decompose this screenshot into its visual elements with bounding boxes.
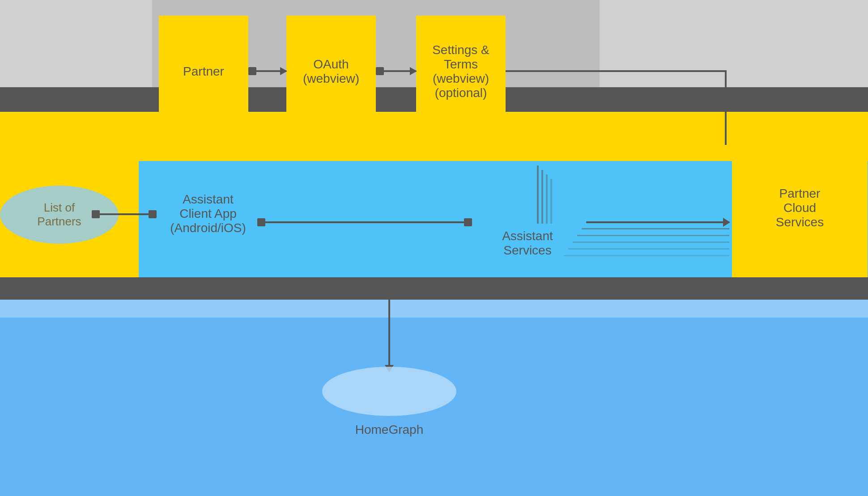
box-partner-cloud-services: PartnerCloudServices: [732, 139, 868, 277]
assistant-client-app-text: AssistantClient App(Android/iOS): [170, 192, 246, 235]
multi-line-2: [577, 235, 729, 236]
arrow-services-to-partner-cloud: [586, 221, 729, 223]
vert-line-deco2: [541, 170, 543, 224]
label-assistant-services: AssistantServices: [472, 229, 583, 258]
homegraph-text: HomeGraph: [355, 423, 424, 437]
label-homegraph: HomeGraph: [322, 423, 456, 437]
vert-line-deco1: [537, 165, 539, 224]
multi-line-5: [564, 255, 729, 256]
box-partner-setup: Partner: [159, 16, 248, 127]
connector-partners-to-client: [92, 213, 157, 215]
vert-line-deco3: [546, 174, 548, 224]
vert-line-deco4: [550, 179, 552, 224]
box-settings-terms: Settings &Terms(webview)(optional): [416, 16, 506, 127]
list-of-partners-label: List ofPartners: [37, 201, 81, 229]
dark-band-bottom: [0, 277, 868, 300]
box-oauth: OAuth(webview): [286, 16, 376, 127]
line-settings-to-right: [506, 70, 725, 72]
multi-line-3: [573, 242, 729, 243]
multi-line-1: [582, 228, 729, 229]
arrow-setup-to-oauth: [248, 70, 286, 72]
connector-client-to-services: [257, 221, 472, 223]
partner-cloud-services-label: PartnerCloudServices: [776, 187, 824, 229]
ellipse-homegraph: [322, 367, 456, 416]
line-down-to-partner-cloud: [725, 70, 727, 145]
settings-terms-label: Settings &Terms(webview)(optional): [432, 43, 489, 100]
label-assistant-client-app: AssistantClient App(Android/iOS): [159, 192, 257, 235]
arrow-down-to-homegraph: [388, 288, 390, 367]
multi-line-4: [568, 248, 729, 250]
partner-setup-label: Partner: [183, 64, 224, 79]
arrow-oauth-to-settings: [376, 70, 416, 72]
oauth-label: OAuth(webview): [303, 57, 359, 86]
assistant-services-text: AssistantServices: [502, 229, 553, 257]
